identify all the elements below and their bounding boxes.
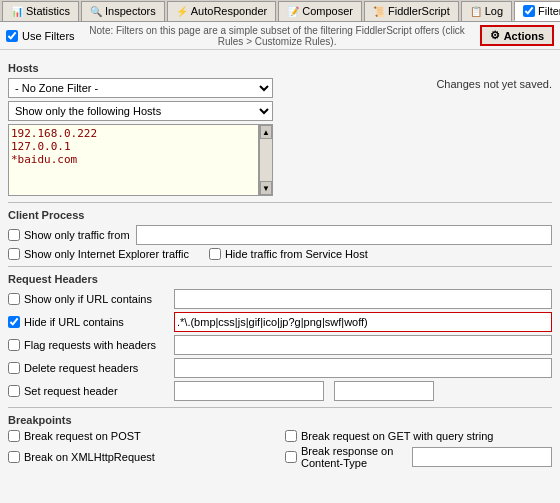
break-content-type-label[interactable]: Break response on Content-Type <box>285 445 408 469</box>
tab-composer[interactable]: 📝 Composer <box>278 1 362 21</box>
hosts-scrollbar[interactable]: ▲ ▼ <box>259 124 273 196</box>
toolbar-note: Note: Filters on this page are a simple … <box>75 25 480 47</box>
tab-filters[interactable]: Filters <box>514 1 560 21</box>
ie-traffic-checkbox[interactable] <box>8 248 20 260</box>
show-url-input[interactable] <box>174 289 552 309</box>
set-header-row: Set request header <box>8 381 552 401</box>
flag-headers-checkbox[interactable] <box>8 339 20 351</box>
tab-fiddlerscript-label: FiddlerScript <box>388 5 450 17</box>
log-icon: 📋 <box>470 6 482 17</box>
tab-statistics-label: Statistics <box>26 5 70 17</box>
break-post-checkbox[interactable] <box>8 430 20 442</box>
scroll-up-button[interactable]: ▲ <box>260 125 272 139</box>
zone-filter-select[interactable]: - No Zone Filter - <box>8 78 273 98</box>
client-process-title: Client Process <box>8 209 552 221</box>
fiddlerscript-icon: 📜 <box>373 6 385 17</box>
main-content: Hosts - No Zone Filter - Show only the f… <box>0 50 560 503</box>
tab-inspectors-label: Inspectors <box>105 5 156 17</box>
show-url-checkbox[interactable] <box>8 293 20 305</box>
hide-service-checkbox[interactable] <box>209 248 221 260</box>
delete-headers-checkbox[interactable] <box>8 362 20 374</box>
set-header-label[interactable]: Set request header <box>8 385 168 397</box>
break-content-type-row: Break response on Content-Type <box>285 445 552 469</box>
statistics-icon: 📊 <box>11 6 23 17</box>
flag-headers-label[interactable]: Flag requests with headers <box>8 339 168 351</box>
tab-filters-label: Filters <box>538 5 560 17</box>
show-url-label[interactable]: Show only if URL contains <box>8 293 168 305</box>
hosts-textarea[interactable]: 192.168.0.222 127.0.0.1 *baidu.com <box>8 124 259 196</box>
tab-log-label: Log <box>485 5 503 17</box>
hosts-title: Hosts <box>8 62 552 74</box>
tab-fiddlerscript[interactable]: 📜 FiddlerScript <box>364 1 459 21</box>
flag-headers-input[interactable] <box>174 335 552 355</box>
set-header-value-input[interactable] <box>334 381 434 401</box>
show-traffic-label[interactable]: Show only traffic from <box>8 229 130 241</box>
autoresponder-icon: ⚡ <box>176 6 188 17</box>
break-content-type-input[interactable] <box>412 447 552 467</box>
hide-service-label[interactable]: Hide traffic from Service Host <box>209 248 368 260</box>
hide-url-label[interactable]: Hide if URL contains <box>8 316 168 328</box>
flag-headers-row: Flag requests with headers <box>8 335 552 355</box>
breakpoints-section: Breakpoints Break request on POST Break … <box>8 414 552 469</box>
breakpoints-title: Breakpoints <box>8 414 552 426</box>
break-get-row: Break request on GET with query string <box>285 430 552 442</box>
break-xml-row: Break on XMLHttpRequest <box>8 445 275 469</box>
actions-icon: ⚙ <box>490 29 500 42</box>
toolbar: Use Filters Note: Filters on this page a… <box>0 22 560 50</box>
breakpoints-grid: Break request on POST Break request on G… <box>8 430 552 469</box>
delete-headers-label[interactable]: Delete request headers <box>8 362 168 374</box>
break-xml-label[interactable]: Break on XMLHttpRequest <box>8 451 155 463</box>
filters-checkbox[interactable] <box>523 5 535 17</box>
show-traffic-checkbox[interactable] <box>8 229 20 241</box>
hide-url-checkbox[interactable] <box>8 316 20 328</box>
tab-composer-label: Composer <box>302 5 353 17</box>
ie-traffic-label[interactable]: Show only Internet Explorer traffic <box>8 248 189 260</box>
hide-url-input[interactable] <box>174 312 552 332</box>
break-post-label[interactable]: Break request on POST <box>8 430 141 442</box>
actions-button[interactable]: ⚙ Actions <box>480 25 554 46</box>
hide-url-row: Hide if URL contains <box>8 312 552 332</box>
break-get-checkbox[interactable] <box>285 430 297 442</box>
tab-log[interactable]: 📋 Log <box>461 1 512 21</box>
delete-headers-row: Delete request headers <box>8 358 552 378</box>
set-header-checkbox[interactable] <box>8 385 20 397</box>
break-content-type-checkbox[interactable] <box>285 451 297 463</box>
tab-bar: 📊 Statistics 🔍 Inspectors ⚡ AutoResponde… <box>0 0 560 22</box>
scroll-down-button[interactable]: ▼ <box>260 181 272 195</box>
client-process-section: Client Process Show only traffic from Sh… <box>8 209 552 260</box>
inspectors-icon: 🔍 <box>90 6 102 17</box>
request-headers-section: Request Headers Show only if URL contain… <box>8 273 552 401</box>
tab-inspectors[interactable]: 🔍 Inspectors <box>81 1 165 21</box>
break-xml-checkbox[interactable] <box>8 451 20 463</box>
composer-icon: 📝 <box>287 6 299 17</box>
use-filters-checkbox[interactable] <box>6 30 18 42</box>
break-get-label[interactable]: Break request on GET with query string <box>285 430 493 442</box>
show-traffic-row: Show only traffic from <box>8 225 552 245</box>
show-traffic-input[interactable] <box>136 225 552 245</box>
host-filter-select[interactable]: Show only the following Hosts <box>8 101 273 121</box>
hosts-row: - No Zone Filter - Show only the followi… <box>8 78 552 196</box>
set-header-name-input[interactable] <box>174 381 324 401</box>
break-post-row: Break request on POST <box>8 430 275 442</box>
tab-autoresponder-label: AutoResponder <box>191 5 267 17</box>
hosts-section: Hosts - No Zone Filter - Show only the f… <box>8 62 552 196</box>
show-url-row: Show only if URL contains <box>8 289 552 309</box>
request-headers-title: Request Headers <box>8 273 552 285</box>
tab-statistics[interactable]: 📊 Statistics <box>2 1 79 21</box>
changes-note: Changes not yet saved. <box>436 78 552 90</box>
tab-autoresponder[interactable]: ⚡ AutoResponder <box>167 1 276 21</box>
delete-headers-input[interactable] <box>174 358 552 378</box>
use-filters-label[interactable]: Use Filters <box>6 30 75 42</box>
